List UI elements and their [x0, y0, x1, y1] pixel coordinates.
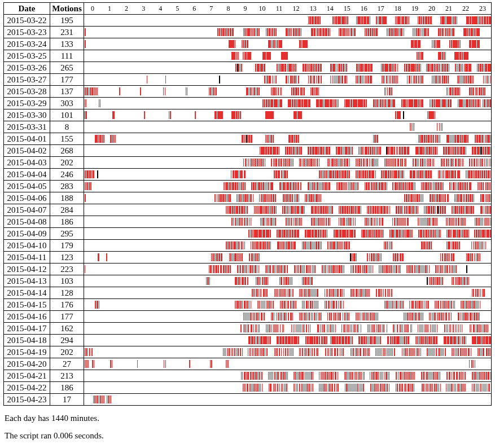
table-row: 2015-04-11123	[4, 252, 492, 263]
cell-timeline	[84, 287, 492, 299]
hour-label: 16	[356, 5, 373, 13]
cell-date: 2015-04-18	[4, 335, 50, 346]
cell-date: 2015-03-30	[4, 109, 50, 121]
cell-timeline	[84, 216, 492, 228]
table-row: 2015-03-24133	[4, 38, 492, 50]
cell-motions: 17	[50, 394, 84, 406]
cell-motions: 246	[50, 169, 84, 181]
cell-motions: 133	[50, 38, 84, 50]
table-row: 2015-04-2027	[4, 358, 492, 370]
hour-label: 20	[423, 5, 440, 13]
cell-date: 2015-04-08	[4, 216, 50, 228]
cell-timeline	[84, 98, 492, 109]
cell-date: 2015-04-21	[4, 370, 50, 382]
cell-date: 2015-04-16	[4, 311, 50, 323]
cell-motions: 294	[50, 335, 84, 346]
cell-date: 2015-03-23	[4, 27, 50, 38]
cell-timeline	[84, 394, 492, 406]
cell-motions: 123	[50, 252, 84, 263]
cell-date: 2015-04-17	[4, 323, 50, 335]
table-row: 2015-04-01155	[4, 133, 492, 145]
cell-motions: 111	[50, 50, 84, 62]
cell-motions: 295	[50, 228, 84, 240]
hour-label: 23	[474, 5, 491, 13]
cell-timeline	[84, 382, 492, 394]
header-row: Date Motions 012345678910111213141516171…	[4, 3, 492, 15]
cell-date: 2015-04-19	[4, 346, 50, 358]
hour-label: 10	[253, 5, 270, 13]
table-row: 2015-03-28137	[4, 86, 492, 98]
hour-label: 2	[118, 5, 135, 13]
table-row: 2015-04-14128	[4, 287, 492, 299]
cell-motions: 195	[50, 15, 84, 27]
table-row: 2015-04-16177	[4, 311, 492, 323]
header-timeline: 01234567891011121314151617181920212223	[84, 3, 492, 15]
cell-timeline	[84, 15, 492, 27]
cell-timeline	[84, 358, 492, 370]
table-row: 2015-04-05283	[4, 181, 492, 192]
cell-timeline	[84, 299, 492, 311]
header-motions: Motions	[50, 3, 84, 15]
cell-motions: 202	[50, 346, 84, 358]
cell-date: 2015-03-26	[4, 62, 50, 74]
table-row: 2015-04-21213	[4, 370, 492, 382]
cell-timeline	[84, 181, 492, 192]
cell-motions: 283	[50, 181, 84, 192]
cell-timeline	[84, 27, 492, 38]
table-row: 2015-03-23231	[4, 27, 492, 38]
cell-motions: 177	[50, 311, 84, 323]
cell-motions: 128	[50, 287, 84, 299]
cell-date: 2015-04-11	[4, 252, 50, 263]
cell-motions: 303	[50, 98, 84, 109]
cell-motions: 8	[50, 121, 84, 133]
hour-label: 13	[305, 5, 322, 13]
cell-date: 2015-03-27	[4, 74, 50, 86]
header-date: Date	[4, 3, 50, 15]
table-row: 2015-04-18294	[4, 335, 492, 346]
cell-date: 2015-04-15	[4, 299, 50, 311]
cell-motions: 186	[50, 382, 84, 394]
hour-label: 6	[186, 5, 203, 13]
cell-timeline	[84, 323, 492, 335]
motions-table: Date Motions 012345678910111213141516171…	[3, 2, 492, 406]
cell-motions: 179	[50, 240, 84, 252]
table-row: 2015-04-08186	[4, 216, 492, 228]
cell-motions: 202	[50, 157, 84, 169]
hour-label: 0	[84, 5, 101, 13]
cell-timeline	[84, 133, 492, 145]
hour-label: 8	[220, 5, 236, 13]
cell-timeline	[84, 228, 492, 240]
cell-date: 2015-04-01	[4, 133, 50, 145]
cell-timeline	[84, 169, 492, 181]
hour-label: 1	[101, 5, 118, 13]
cell-motions: 284	[50, 204, 84, 216]
cell-date: 2015-04-07	[4, 204, 50, 216]
hour-label: 4	[152, 5, 169, 13]
cell-date: 2015-04-10	[4, 240, 50, 252]
table-row: 2015-03-25111	[4, 50, 492, 62]
hour-label: 18	[389, 5, 406, 13]
hour-label: 15	[339, 5, 356, 13]
table-row: 2015-04-03202	[4, 157, 492, 169]
cell-date: 2015-03-24	[4, 38, 50, 50]
cell-date: 2015-03-22	[4, 15, 50, 27]
cell-motions: 213	[50, 370, 84, 382]
table-row: 2015-03-30101	[4, 109, 492, 121]
cell-date: 2015-04-12	[4, 263, 50, 275]
cell-timeline	[84, 109, 492, 121]
cell-timeline	[84, 346, 492, 358]
cell-motions: 186	[50, 216, 84, 228]
cell-timeline	[84, 50, 492, 62]
cell-date: 2015-03-29	[4, 98, 50, 109]
cell-date: 2015-04-14	[4, 287, 50, 299]
cell-timeline	[84, 121, 492, 133]
table-row: 2015-04-13103	[4, 275, 492, 287]
cell-timeline	[84, 240, 492, 252]
cell-date: 2015-04-13	[4, 275, 50, 287]
cell-timeline	[84, 275, 492, 287]
cell-date: 2015-04-02	[4, 145, 50, 157]
table-row: 2015-03-318	[4, 121, 492, 133]
cell-timeline	[84, 145, 492, 157]
table-row: 2015-04-07284	[4, 204, 492, 216]
cell-motions: 268	[50, 145, 84, 157]
